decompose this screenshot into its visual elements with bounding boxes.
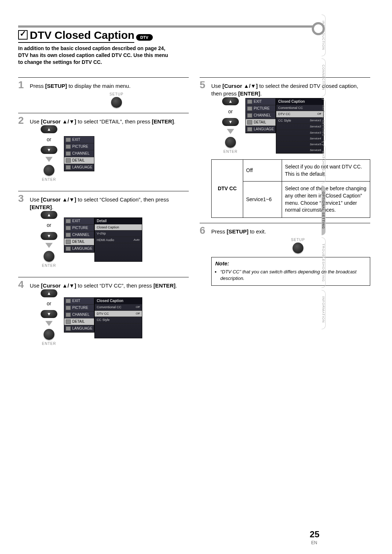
note-heading: Note: [215, 260, 366, 267]
step-number: 1 [18, 80, 26, 108]
enter-label: ENTER [42, 263, 56, 268]
enter-label: ENTER [42, 177, 56, 182]
step-number: 4 [18, 280, 26, 350]
panel-header: Closed Caption [95, 298, 142, 304]
cursor-buttons: ▲ or ▼ ENTER [222, 97, 239, 155]
channel-icon [66, 233, 71, 237]
picture-icon [66, 226, 71, 230]
intro-text: In addition to the basic closed caption … [18, 45, 171, 66]
arrow-down-icon [45, 321, 53, 326]
cursor-down-icon: ▼ [41, 146, 57, 154]
channel-icon [66, 151, 71, 156]
cursor-buttons: ▲ or ▼ ENTER [41, 125, 57, 183]
cursor-down-icon: ▼ [41, 310, 57, 318]
step-1: 1 Press [SETUP] to display the main menu… [18, 80, 189, 108]
step-6: 6 Press [SETUP] to exit. SETUP Note: “DT… [200, 225, 370, 286]
setup-label: SETUP [44, 92, 189, 97]
step-2-text: Use [Cursor ▲/▼] to select “DETAIL”, the… [30, 118, 175, 125]
language-icon [66, 247, 71, 251]
step-number: 2 [18, 115, 26, 186]
or-label: or [47, 222, 51, 229]
note-item: “DTV CC” that you can switch differs dep… [220, 269, 366, 282]
page-lang: EN [311, 540, 317, 545]
cursor-up-icon: ▲ [41, 211, 57, 219]
right-column: 5 Use [Cursor ▲/▼] to select the desired… [200, 72, 370, 354]
tab-introduction: INTRODUCTION [322, 15, 326, 56]
cursor-up-icon: ▲ [41, 289, 57, 297]
tab-information: INFORMATION [322, 290, 326, 329]
or-label: or [47, 300, 51, 307]
or-label: or [47, 136, 51, 143]
cursor-down-icon: ▼ [41, 232, 57, 240]
arrow-down-icon [227, 129, 234, 134]
osd-dtv-panel: Closed Caption Conventional CC DTV CCOff… [276, 98, 324, 154]
page-title: DTV Closed Caption [18, 29, 134, 43]
language-icon [66, 326, 71, 331]
step-5: 5 Use [Cursor ▲/▼] to select the desired… [200, 80, 370, 218]
exit-icon [66, 219, 71, 223]
page-number: 25 [310, 529, 319, 539]
dtv-cc-table: DTV CC Off Select if you do not want DTV… [211, 159, 370, 218]
osd-cc-panel: Closed Caption Conventional CCOff DTV CC… [94, 297, 142, 338]
osd-mini-menu: EXIT PICTURE CHANNEL DETAIL LANGUAGE [245, 98, 276, 133]
enter-button-icon [44, 251, 54, 262]
side-tabs: INTRODUCTION CONNECTION INITIAL SETTING … [322, 15, 327, 331]
osd-mini-menu: EXIT PICTURE CHANNEL DETAIL LANGUAGE [64, 136, 94, 171]
enter-label: ENTER [42, 341, 56, 346]
step-number: 6 [200, 225, 208, 286]
exit-icon [247, 99, 252, 104]
tab-watching-tv: WATCHING TV [322, 144, 326, 183]
tab-connection: CONNECTION [322, 58, 326, 97]
language-icon [247, 127, 252, 131]
detail-icon [247, 120, 252, 125]
cursor-up-icon: ▲ [41, 125, 57, 133]
detail-icon [66, 319, 71, 324]
step-1-text: Press [SETUP] to display the main menu. [30, 83, 131, 89]
tab-initial-setting: INITIAL SETTING [322, 99, 326, 143]
tab-troubleshooting: TROUBLESHOOTING [322, 237, 326, 288]
picture-icon [66, 144, 71, 149]
cursor-buttons: ▲ or ▼ ENTER [41, 289, 57, 347]
step-4-text: Use [Cursor ▲/▼] to select “DTV CC”, the… [30, 282, 177, 289]
exit-icon [66, 138, 71, 142]
or-label: or [228, 108, 233, 115]
check-icon [18, 30, 28, 40]
osd-mini-menu: EXIT PICTURE CHANNEL DETAIL LANGUAGE [64, 217, 94, 253]
step-4: 4 Use [Cursor ▲/▼] to select “DTV CC”, t… [18, 280, 189, 350]
channel-icon [66, 313, 71, 317]
cursor-down-icon: ▼ [222, 118, 239, 126]
dtv-badge: DTV [136, 34, 153, 41]
step-number: 5 [200, 80, 208, 218]
setup-button-icon [293, 243, 303, 253]
setup-button-icon [111, 97, 122, 108]
left-column: 1 Press [SETUP] to display the main menu… [18, 72, 189, 354]
setup-label: SETUP [226, 237, 370, 243]
picture-icon [66, 306, 71, 310]
panel-header: Closed Caption [276, 98, 323, 105]
panel-header: Detail [95, 218, 142, 224]
exit-icon [66, 299, 71, 303]
arrow-down-icon [45, 157, 53, 162]
table-cell: Service1~6 [243, 182, 282, 217]
enter-button-icon [225, 137, 236, 148]
enter-button-icon [44, 165, 54, 176]
step-2: 2 Use [Cursor ▲/▼] to select “DETAIL”, t… [18, 115, 189, 186]
table-cell: Off [243, 160, 282, 182]
osd-detail-panel: Detail Closed Caption V-chip HDMI AudioA… [94, 217, 142, 262]
enter-label: ENTER [224, 149, 238, 154]
table-rowheader: DTV CC [212, 160, 243, 218]
channel-icon [247, 113, 252, 118]
language-icon [66, 165, 71, 170]
cursor-up-icon: ▲ [222, 97, 239, 105]
step-3-text: Use [Cursor ▲/▼] to select “Closed Capti… [30, 196, 169, 210]
step-6-text: Press [SETUP] to exit. [211, 228, 266, 235]
top-rule [18, 25, 319, 28]
detail-icon [66, 158, 71, 163]
cursor-buttons: ▲ or ▼ ENTER [41, 211, 57, 268]
step-5-text: Use [Cursor ▲/▼] to select the desired D… [211, 83, 358, 97]
arrow-down-icon [45, 243, 53, 248]
picture-icon [247, 106, 252, 111]
detail-icon [66, 240, 71, 244]
enter-button-icon [44, 329, 54, 340]
note-box: Note: “DTV CC” that you can switch diffe… [211, 257, 370, 286]
